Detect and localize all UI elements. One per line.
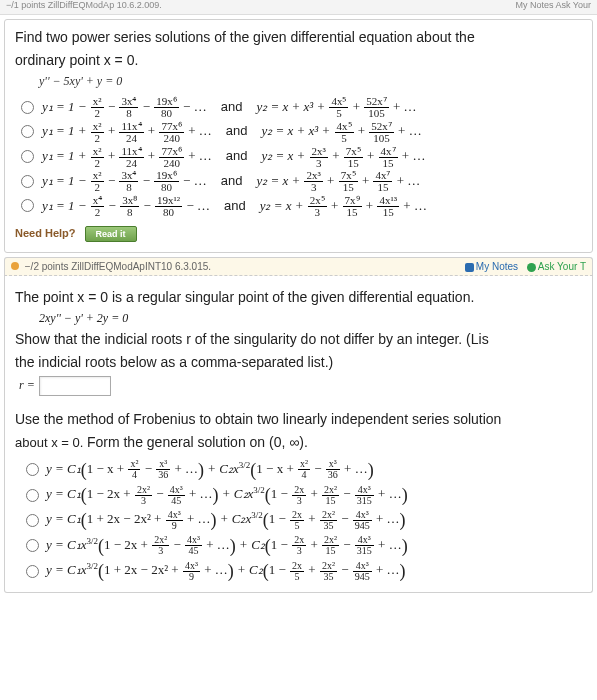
q2-radio-2[interactable] [26,489,39,502]
my-notes-link-2[interactable]: My Notes [476,261,518,272]
top-links: My Notes Ask Your [515,0,591,14]
q2-line3: the indicial roots below as a comma-sepa… [15,353,582,372]
my-notes-icon [465,263,474,272]
q2-radio-5[interactable] [26,565,39,578]
and-word: and [221,169,243,194]
q2-option-2[interactable]: y = C₁(1 − 2x + 2x²3 − 4x³45 + …) + C₂x3… [21,481,582,506]
q1-y2-4: y₂ = x + 2x³3 + 7x⁵15 + 4x⁷15 + … [256,169,420,194]
q2-equation: 2xy'' − y' + 2y = 0 [39,311,582,326]
q2-radio-3[interactable] [26,514,39,527]
my-notes-link[interactable]: My Notes [515,0,553,10]
q1-y2-5: y₂ = x + 2x⁵3 + 7x⁹15 + 4x¹³15 + … [260,194,427,219]
r-answer-input[interactable] [39,376,111,396]
r-label: r = [19,378,35,393]
q2-points-label: −/2 points ZillDiffEQModApINT10 6.3.015. [11,261,211,272]
q1-y2-2: y₂ = x + x³ + 4x⁵5 + 52x⁷105 + … [261,119,421,144]
q2-option-4[interactable]: y = C₁x3/2(1 − 2x + 2x²3 − 4x³45 + …) + … [21,532,582,557]
q1-option-4[interactable]: y₁ = 1 − x²2 − 3x⁴8 − 19x⁶80 − …andy₂ = … [21,169,582,194]
q2-expr-4: y = C₁x3/2(1 − 2x + 2x²3 − 4x³45 + …) + … [46,532,408,557]
q1-y1-3: y₁ = 1 + x²2 + 11x⁴24 + 77x⁶240 + … [42,144,212,169]
read-it-button[interactable]: Read it [85,226,137,242]
top-strip: −/1 points ZillDiffEQModAp 10.6.2.009. M… [0,0,597,15]
q1-option-3[interactable]: y₁ = 1 + x²2 + 11x⁴24 + 77x⁶240 + …andy₂… [21,144,582,169]
q2-line5a: about x = 0. [15,435,87,450]
q2-line1: The point x = 0 is a regular singular po… [15,288,582,307]
q2-line5: about x = 0. Form the general solution o… [15,433,582,452]
q2-options: y = C₁(1 − x + x²4 − x³36 + …) + C₂x3/2(… [21,456,582,583]
question-2-card: The point x = 0 is a regular singular po… [4,276,593,593]
need-help-row: Need Help? Read it [15,226,582,242]
q1-equation: y'' − 5xy' + y = 0 [39,74,582,89]
ask-link[interactable]: Ask Your [555,0,591,10]
q1-option-5[interactable]: y₁ = 1 − x⁴2 − 3x⁸8 − 19x¹²80 − …andy₂ =… [21,194,582,219]
q1-y2-1: y₂ = x + x³ + 4x⁵5 + 52x⁷105 + … [256,95,416,120]
q2-links: My Notes Ask Your T [465,261,586,272]
q2-line4: Use the method of Frobenius to obtain tw… [15,410,582,429]
ask-your-link[interactable]: Ask Your T [538,261,586,272]
q2-option-5[interactable]: y = C₁x3/2(1 + 2x − 2x² + 4x³9 + …) + C₂… [21,557,582,582]
q1-options: y₁ = 1 − x²2 − 3x⁴8 − 19x⁶80 − …andy₂ = … [21,95,582,218]
q2-header: −/2 points ZillDiffEQModApINT10 6.3.015.… [4,257,593,276]
q2-line5b: Form the general solution on (0, ∞). [87,434,308,450]
q1-radio-4[interactable] [21,175,34,188]
q1-option-2[interactable]: y₁ = 1 + x²2 + 11x⁴24 + 77x⁶240 + …andy₂… [21,119,582,144]
q1-radio-2[interactable] [21,125,34,138]
q1-option-1[interactable]: y₁ = 1 − x²2 − 3x⁴8 − 19x⁶80 − …andy₂ = … [21,95,582,120]
q1-y1-1: y₁ = 1 − x²2 − 3x⁴8 − 19x⁶80 − … [42,95,207,120]
q2-option-3[interactable]: y = C₁(1 + 2x − 2x² + 4x³9 + …) + C₂x3/2… [21,506,582,531]
q1-y1-4: y₁ = 1 − x²2 − 3x⁴8 − 19x⁶80 − … [42,169,207,194]
and-word: and [226,144,248,169]
and-word: and [226,119,248,144]
q2-radio-1[interactable] [26,463,39,476]
r-equals-row: r = [19,376,111,396]
q2-expr-2: y = C₁(1 − 2x + 2x²3 − 4x³45 + …) + C₂x3… [46,481,408,506]
q1-y2-3: y₂ = x + 2x³3 + 7x⁵15 + 4x⁷15 + … [261,144,425,169]
and-word: and [224,194,246,219]
q1-radio-3[interactable] [21,150,34,163]
points-label: −/1 points ZillDiffEQModAp 10.6.2.009. [6,0,162,14]
q2-expr-5: y = C₁x3/2(1 + 2x − 2x² + 4x³9 + …) + C₂… [46,557,406,582]
ask-icon [527,263,536,272]
q1-y1-5: y₁ = 1 − x⁴2 − 3x⁸8 − 19x¹²80 − … [42,194,210,219]
q1-y1-2: y₁ = 1 + x²2 + 11x⁴24 + 77x⁶240 + … [42,119,212,144]
q2-expr-1: y = C₁(1 − x + x²4 − x³36 + …) + C₂x3/2(… [46,456,374,481]
q1-radio-1[interactable] [21,101,34,114]
q1-prompt-line1: Find two power series solutions of the g… [15,28,582,47]
q1-prompt-line2: ordinary point x = 0. [15,51,582,70]
and-word: and [221,95,243,120]
q1-radio-5[interactable] [21,199,34,212]
q2-option-1[interactable]: y = C₁(1 − x + x²4 − x³36 + …) + C₂x3/2(… [21,456,582,481]
q2-expr-3: y = C₁(1 + 2x − 2x² + 4x³9 + …) + C₂x3/2… [46,506,406,531]
need-help-label: Need Help? [15,227,76,239]
question-1-card: Find two power series solutions of the g… [4,19,593,253]
q2-radio-4[interactable] [26,539,39,552]
q2-line2: Show that the indicial roots r of the si… [15,330,582,349]
